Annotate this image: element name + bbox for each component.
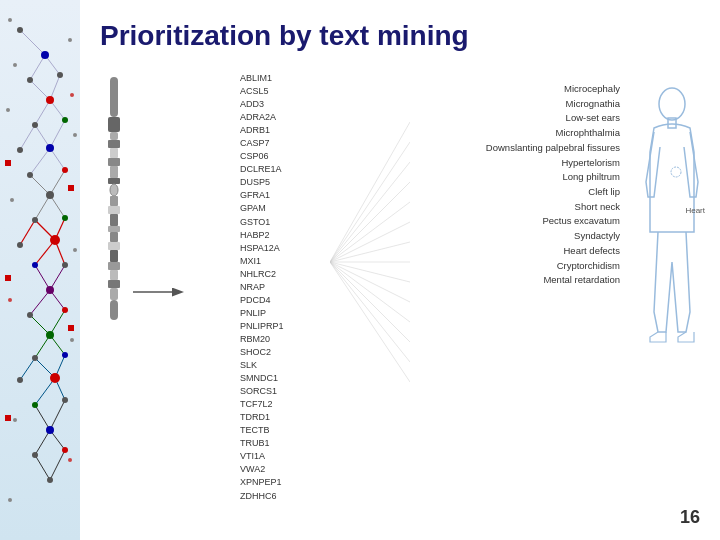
svg-point-55 [50,235,60,245]
svg-line-3 [30,80,50,100]
svg-rect-89 [5,415,11,421]
svg-point-63 [62,352,68,358]
svg-point-76 [6,108,10,112]
svg-line-35 [50,400,65,430]
svg-rect-86 [68,185,74,191]
svg-point-58 [46,286,54,294]
svg-line-120 [330,262,410,282]
svg-rect-94 [110,148,118,158]
svg-point-83 [68,458,72,462]
svg-line-7 [20,125,35,150]
svg-rect-93 [108,140,120,148]
body-silhouette-area: Heart [640,82,705,215]
svg-point-57 [62,262,68,268]
svg-line-115 [330,182,410,262]
svg-line-114 [330,162,410,262]
svg-line-34 [35,405,50,430]
gene-item: SMNDC1 [240,372,320,385]
svg-point-126 [659,88,685,120]
svg-point-54 [17,242,23,248]
svg-line-4 [50,75,60,100]
svg-line-38 [35,455,50,480]
svg-point-62 [32,355,38,361]
svg-point-56 [32,262,38,268]
phenotype-item: Microphthalmia [420,126,620,141]
svg-rect-101 [110,214,118,226]
gene-item: ACSL5 [240,85,320,98]
page-number: 16 [680,507,700,528]
gene-item: NRAP [240,281,320,294]
svg-line-8 [35,125,50,148]
svg-rect-92 [110,132,118,140]
svg-point-72 [8,18,12,22]
svg-rect-90 [110,77,118,117]
svg-point-70 [62,447,68,453]
svg-line-32 [35,378,55,405]
svg-point-73 [68,38,72,42]
svg-line-25 [30,315,50,335]
svg-line-0 [20,30,45,55]
network-svg [0,0,80,540]
phenotype-item: Hypertelorism [420,156,620,171]
svg-point-48 [46,144,54,152]
svg-line-14 [35,195,50,220]
svg-point-65 [50,373,60,383]
svg-rect-99 [110,196,118,206]
svg-point-68 [46,426,54,434]
gene-item: TECTB [240,424,320,437]
svg-rect-109 [110,288,118,300]
gene-item: PNLIPRP1 [240,320,320,333]
svg-point-42 [27,77,33,83]
svg-line-12 [30,175,50,195]
svg-rect-87 [5,275,11,281]
svg-point-79 [73,248,77,252]
svg-point-82 [13,418,17,422]
gene-item: CASP7 [240,137,320,150]
svg-line-29 [20,358,35,380]
body-silhouette-svg [640,82,705,402]
phenotype-item: Long philtrum [420,170,620,185]
svg-rect-96 [110,166,118,178]
svg-point-49 [27,172,33,178]
svg-point-66 [32,402,38,408]
svg-point-84 [8,498,12,502]
svg-line-21 [35,265,50,290]
svg-line-118 [330,242,410,262]
gene-item: GFRA1 [240,189,320,202]
svg-point-43 [57,72,63,78]
svg-rect-102 [108,226,120,232]
svg-point-80 [8,298,12,302]
svg-line-116 [330,202,410,262]
svg-point-98 [110,184,118,196]
phenotype-item: Microcephaly [420,82,620,97]
svg-line-27 [35,335,50,358]
svg-point-51 [46,191,54,199]
phenotype-item: Cryptorchidism [420,259,620,274]
svg-line-26 [50,310,65,335]
phenotype-item: Micrognathia [420,97,620,112]
gene-item: ADRB1 [240,124,320,137]
svg-point-78 [10,198,14,202]
phenotype-item: Downslanting palpebral fissures [420,141,620,156]
svg-point-41 [41,51,49,59]
gene-item: TCF7L2 [240,398,320,411]
gene-item: DCLRE1A [240,163,320,176]
svg-line-10 [30,148,50,175]
svg-point-64 [17,377,23,383]
gene-item: VWA2 [240,463,320,476]
connector-lines [330,82,410,442]
svg-point-60 [62,307,68,313]
svg-line-15 [50,195,65,218]
chromosome-image [100,72,128,412]
svg-point-53 [62,215,68,221]
phenotype-item: Syndactyly [420,229,620,244]
gene-item: GPAM [240,202,320,215]
svg-line-113 [330,142,410,262]
left-decoration-panel [0,0,80,540]
gene-item: TDRD1 [240,411,320,424]
svg-line-124 [330,262,410,362]
svg-rect-110 [110,300,118,320]
main-content: Prioritization by text mining [80,0,720,540]
svg-rect-108 [108,280,120,288]
svg-rect-103 [110,232,118,242]
